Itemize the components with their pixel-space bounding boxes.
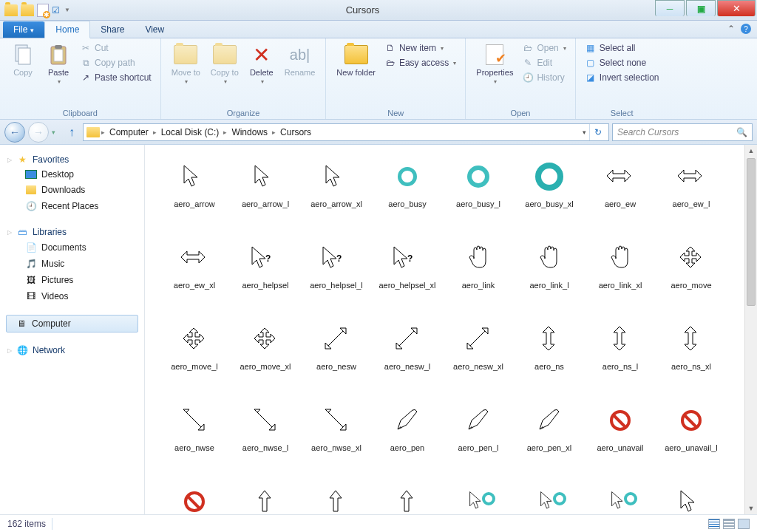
file-tab[interactable]: File▾ [3,21,44,38]
search-input[interactable]: Search Cursors 🔍 [612,123,753,141]
file-item[interactable]: aero_move [656,236,726,316]
view-tab[interactable]: View [135,21,174,38]
sidebar-item-network[interactable]: ▷🌐Network [3,343,141,358]
help-icon[interactable]: ? [741,24,751,34]
file-item[interactable]: aero_up_xl [373,480,442,514]
minimize-button[interactable]: ─ [655,0,685,16]
file-item[interactable]: aero_busy_l [444,155,513,235]
file-item[interactable]: aero_up_l [302,480,371,514]
cut-button[interactable]: ✂Cut [78,41,153,55]
paste-button[interactable]: Paste ▾ [43,41,74,86]
refresh-button[interactable]: ↻ [589,124,605,140]
home-tab[interactable]: Home [44,21,90,38]
sidebar-item-videos[interactable]: 🎞Videos [3,288,141,304]
file-item[interactable]: aero_unavail [585,399,655,479]
breadcrumb-item[interactable]: Local Disk (C:) [158,127,223,137]
breadcrumb-item[interactable]: Cursors [277,127,314,137]
move-to-button[interactable]: Move to▾ [169,41,203,86]
file-item[interactable]: aero_helpsel_l [302,236,371,316]
address-bar[interactable]: ▸ Computer ▸ Local Disk (C:) ▸ Windows ▸… [83,123,609,141]
file-item[interactable]: aero_pen_l [444,399,513,479]
file-item[interactable]: aero_helpsel_xl [373,236,442,316]
scroll-down-icon[interactable]: ▼ [745,502,757,514]
sidebar-item-recent[interactable]: 🕘Recent Places [3,198,141,214]
select-all-button[interactable]: ▦Select all [583,41,661,55]
file-item[interactable]: aero_unavail_l [656,399,726,479]
qat-dropdown-icon[interactable]: ▼ [64,7,70,13]
file-item[interactable]: aero_ns_l [585,318,655,398]
sidebar-item-documents[interactable]: 📄Documents [3,239,141,256]
scrollbar-vertical[interactable]: ▲ ▼ [744,145,757,514]
breadcrumb-item[interactable]: Computer [106,127,152,137]
close-button[interactable]: ✕ [717,0,756,16]
scroll-up-icon[interactable]: ▲ [745,145,757,157]
file-item[interactable]: aero_move_l [160,318,229,398]
properties-button[interactable]: ✔Properties▾ [473,41,516,86]
sidebar-item-desktop[interactable]: Desktop [3,167,141,182]
edit-button[interactable]: ✎Edit [520,56,567,69]
copy-button[interactable]: Copy [7,41,38,78]
file-item[interactable]: aero_working_l [515,480,584,514]
collapse-ribbon-icon[interactable]: ⌃ [727,24,735,34]
file-item[interactable]: arrow_i [656,480,726,514]
open-button[interactable]: 🗁Open▾ [520,41,567,55]
sidebar-item-music[interactable]: 🎵Music [3,256,141,272]
list-view-button[interactable] [723,519,735,529]
details-view-button[interactable] [708,519,720,529]
paste-shortcut-button[interactable]: ↗Paste shortcut [78,71,153,84]
file-item[interactable]: aero_busy_xl [515,155,584,235]
file-item[interactable]: aero_link [444,236,513,316]
select-none-button[interactable]: ▢Select none [583,56,661,69]
history-button[interactable]: 🕘History [520,71,567,84]
icons-view-button[interactable] [738,519,750,529]
file-item[interactable]: aero_nwse [160,399,229,479]
breadcrumb-item[interactable]: Windows [228,127,271,137]
easy-access-button[interactable]: 🗁Easy access▾ [383,56,458,69]
share-tab[interactable]: Share [90,21,135,38]
properties-qat-icon[interactable]: ☑ [52,5,60,16]
file-item[interactable]: aero_ns_xl [656,318,726,398]
file-item[interactable]: aero_working [444,480,513,514]
file-item[interactable]: aero_link_l [515,236,584,316]
file-item[interactable]: aero_nwse_l [231,399,300,479]
file-item[interactable]: aero_link_xl [585,236,655,316]
file-item[interactable]: aero_working_xl [585,480,655,514]
sidebar-favorites-header[interactable]: ▷★Favorites [3,152,141,167]
forward-button[interactable]: → [28,122,49,143]
chevron-right-icon[interactable]: ▸ [153,129,157,136]
copy-to-button[interactable]: Copy to▾ [208,41,242,86]
delete-button[interactable]: ✕Delete▾ [246,41,277,86]
invert-selection-button[interactable]: ◪Invert selection [583,71,661,84]
file-item[interactable]: aero_ns [515,318,584,398]
file-item[interactable]: aero_ew_xl [160,236,229,316]
chevron-right-icon[interactable]: ▸ [101,129,105,136]
file-item[interactable]: aero_nwse_xl [302,399,371,479]
rename-button[interactable]: ab|Rename [282,41,319,78]
new-folder-button[interactable]: New folder [333,41,378,78]
file-item[interactable]: aero_ew [585,155,655,235]
back-button[interactable]: ← [4,122,25,143]
file-item[interactable]: aero_busy [373,155,442,235]
sidebar-libraries-header[interactable]: ▷🗃Libraries [3,225,141,239]
up-button[interactable]: ↑ [64,124,80,140]
file-item[interactable]: aero_nesw_l [373,318,442,398]
file-item[interactable]: aero_nesw [302,318,371,398]
file-item[interactable]: aero_unavail_xl [160,480,229,514]
address-dropdown-icon[interactable]: ▾ [583,129,586,136]
file-item[interactable]: aero_move_xl [231,318,300,398]
file-item[interactable]: aero_pen [373,399,442,479]
sidebar-item-downloads[interactable]: Downloads [3,182,141,198]
file-item[interactable]: aero_ew_l [656,155,726,235]
file-item[interactable]: aero_nesw_xl [444,318,513,398]
file-item[interactable]: aero_helpsel [231,236,300,316]
sidebar-item-computer[interactable]: 🖥Computer [6,315,138,332]
nav-history-dropdown[interactable]: ▾ [52,129,61,136]
chevron-right-icon[interactable]: ▸ [272,129,276,136]
new-item-button[interactable]: 🗋New item▾ [383,41,458,55]
search-icon[interactable]: 🔍 [736,127,747,137]
file-item[interactable]: aero_arrow_l [231,155,300,235]
file-item[interactable]: aero_arrow [160,155,229,235]
scroll-thumb[interactable] [747,158,756,306]
file-item[interactable]: aero_up [231,480,300,514]
new-file-icon[interactable]: ✱ [37,4,49,17]
